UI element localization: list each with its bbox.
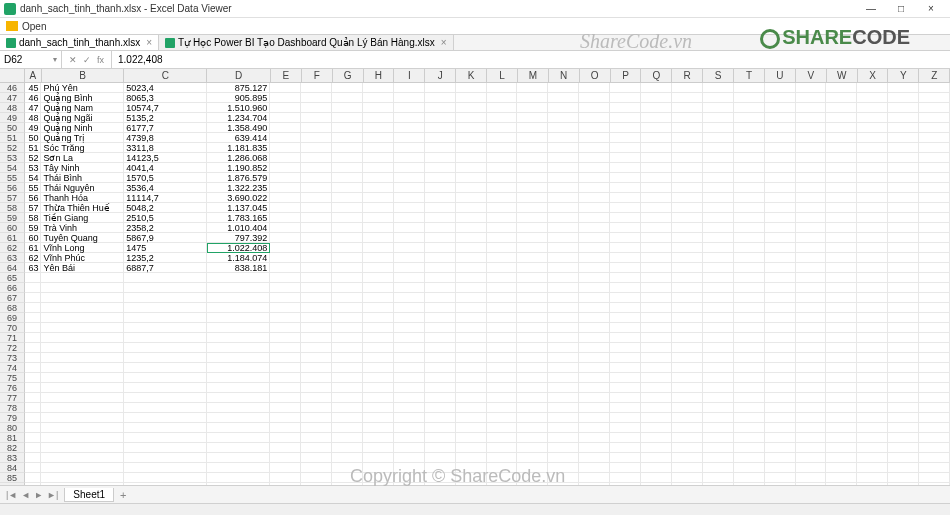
cell[interactable]: [703, 153, 734, 163]
cell[interactable]: 639.414: [207, 133, 271, 143]
cell[interactable]: [332, 423, 363, 433]
cell[interactable]: [765, 203, 796, 213]
cell[interactable]: [765, 413, 796, 423]
cell[interactable]: [124, 433, 207, 443]
cell[interactable]: [888, 293, 919, 303]
cell[interactable]: [734, 383, 765, 393]
cell[interactable]: [517, 113, 548, 123]
cell[interactable]: [765, 373, 796, 383]
cell[interactable]: [25, 323, 42, 333]
cell[interactable]: [919, 353, 950, 363]
cell[interactable]: [765, 293, 796, 303]
cell[interactable]: [919, 453, 950, 463]
cell[interactable]: [579, 423, 610, 433]
cell[interactable]: [517, 233, 548, 243]
cell[interactable]: [919, 83, 950, 93]
cell[interactable]: 48: [25, 113, 42, 123]
cell[interactable]: [487, 223, 518, 233]
cell[interactable]: [919, 163, 950, 173]
cell[interactable]: [888, 433, 919, 443]
cell[interactable]: [919, 133, 950, 143]
cell[interactable]: [919, 463, 950, 473]
cell[interactable]: [270, 123, 301, 133]
cell[interactable]: [888, 203, 919, 213]
cell[interactable]: [734, 283, 765, 293]
row-header[interactable]: 52: [0, 143, 25, 153]
cell[interactable]: [124, 463, 207, 473]
cell[interactable]: [579, 233, 610, 243]
cell[interactable]: [394, 263, 425, 273]
cell[interactable]: [857, 373, 888, 383]
cell[interactable]: [703, 343, 734, 353]
cell[interactable]: [394, 313, 425, 323]
cell[interactable]: [826, 283, 857, 293]
cell[interactable]: [363, 263, 394, 273]
cell[interactable]: [425, 363, 456, 373]
cell[interactable]: [124, 323, 207, 333]
cell[interactable]: [270, 203, 301, 213]
cell[interactable]: [456, 283, 487, 293]
cell[interactable]: 1.322.235: [207, 183, 271, 193]
cell[interactable]: 14123,5: [124, 153, 207, 163]
cell[interactable]: [672, 373, 703, 383]
cell[interactable]: [826, 253, 857, 263]
cell[interactable]: [548, 123, 579, 133]
cell[interactable]: [703, 263, 734, 273]
cell[interactable]: [610, 233, 641, 243]
cell[interactable]: 56: [25, 193, 42, 203]
cell[interactable]: [394, 293, 425, 303]
cell[interactable]: [579, 123, 610, 133]
cell[interactable]: [425, 293, 456, 303]
cell[interactable]: [796, 293, 827, 303]
cell[interactable]: 2358,2: [124, 223, 207, 233]
cell[interactable]: [548, 363, 579, 373]
column-header[interactable]: I: [394, 69, 425, 82]
cell[interactable]: [734, 243, 765, 253]
cell[interactable]: [332, 243, 363, 253]
cell[interactable]: [610, 273, 641, 283]
cell[interactable]: [487, 373, 518, 383]
cell[interactable]: [826, 473, 857, 483]
cell[interactable]: [41, 373, 124, 383]
cell[interactable]: [765, 193, 796, 203]
cell[interactable]: [41, 273, 124, 283]
cell[interactable]: [207, 273, 271, 283]
cell[interactable]: [517, 273, 548, 283]
cell[interactable]: [517, 93, 548, 103]
cell[interactable]: [25, 353, 42, 363]
cell[interactable]: [363, 103, 394, 113]
cell[interactable]: [456, 263, 487, 273]
cell[interactable]: [796, 113, 827, 123]
cell[interactable]: [765, 433, 796, 443]
cell[interactable]: [888, 393, 919, 403]
cell[interactable]: [270, 403, 301, 413]
cell[interactable]: [796, 453, 827, 463]
row-header[interactable]: 49: [0, 113, 25, 123]
cell[interactable]: [207, 363, 271, 373]
cell[interactable]: [270, 153, 301, 163]
cell[interactable]: [124, 363, 207, 373]
cell[interactable]: [487, 153, 518, 163]
cell[interactable]: [124, 273, 207, 283]
cell[interactable]: [888, 213, 919, 223]
cell[interactable]: [641, 463, 672, 473]
column-header[interactable]: O: [580, 69, 611, 82]
column-header[interactable]: M: [518, 69, 549, 82]
cell[interactable]: [919, 363, 950, 373]
cell[interactable]: [517, 453, 548, 463]
cell[interactable]: [301, 303, 332, 313]
cell[interactable]: [734, 413, 765, 423]
cell[interactable]: [641, 403, 672, 413]
cell[interactable]: [394, 353, 425, 363]
cell[interactable]: [25, 393, 42, 403]
cell[interactable]: [425, 413, 456, 423]
cell[interactable]: [857, 253, 888, 263]
cell[interactable]: [826, 393, 857, 403]
cell[interactable]: [301, 223, 332, 233]
cell[interactable]: [456, 153, 487, 163]
row-header[interactable]: 80: [0, 423, 25, 433]
cell[interactable]: [487, 163, 518, 173]
cell[interactable]: [703, 133, 734, 143]
cell[interactable]: Thừa Thiên Huế: [41, 203, 124, 213]
cell[interactable]: [25, 313, 42, 323]
